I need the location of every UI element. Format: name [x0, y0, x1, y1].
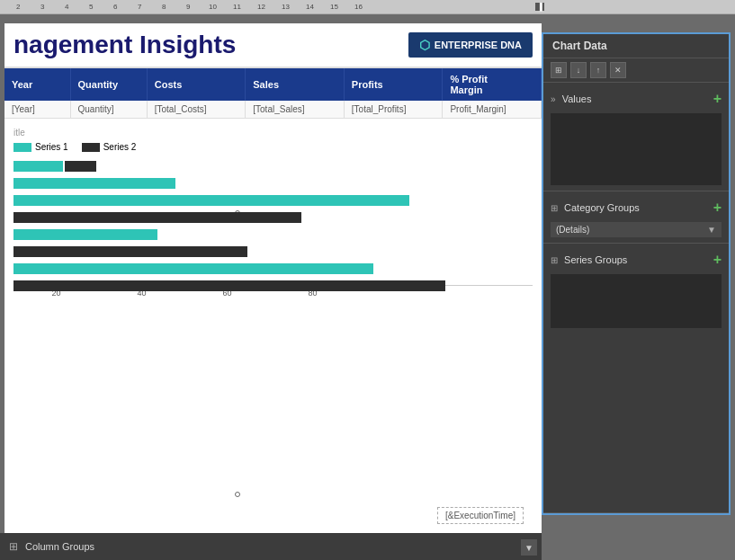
- column-groups-bar: ⊞ Column Groups: [0, 533, 542, 560]
- ruler: 2 3 4 5 6 7 8 9 10 11 12 13 14 15 16 ▐: [0, 0, 735, 14]
- logo-icon: ⬡: [419, 38, 430, 52]
- bar-row-6: [13, 244, 533, 259]
- column-groups-label: Column Groups: [25, 541, 94, 552]
- cell-profits: [Total_Profits]: [344, 101, 443, 119]
- legend-color-teal: [13, 143, 31, 152]
- panel-title: Chart Data: [543, 34, 729, 58]
- bar-chart: [13, 159, 533, 285]
- column-groups-arrow[interactable]: ▼: [521, 539, 537, 556]
- resize-handle-bottom[interactable]: [235, 492, 240, 497]
- bar-row-7: [13, 262, 533, 276]
- chart-data-panel: Chart Data ⊞ ↓ ↑ ✕ » Values +: [542, 32, 731, 515]
- legend-item-series2: Series 2: [82, 142, 137, 152]
- design-area: nagement Insights ⬡ ENTERPRISE DNA Year …: [4, 23, 542, 533]
- values-add-btn[interactable]: +: [713, 91, 722, 107]
- dropdown-arrow-icon: ▼: [707, 225, 716, 235]
- toolbar-down-btn[interactable]: ↓: [570, 62, 587, 78]
- bar-row-5: [13, 227, 533, 242]
- toolbar-up-btn[interactable]: ↑: [590, 62, 606, 78]
- canvas-panel: nagement Insights ⬡ ENTERPRISE DNA Year …: [0, 14, 735, 560]
- panel-toolbar: ⊞ ↓ ↑ ✕: [543, 58, 729, 83]
- bar-teal-7: [13, 263, 373, 274]
- cell-year: [Year]: [4, 101, 70, 119]
- values-label: Values: [562, 93, 592, 104]
- logo-text: ENTERPRISE DNA: [435, 40, 522, 50]
- col-year: Year: [4, 68, 70, 101]
- bar-row-1: [13, 159, 533, 173]
- table-data-row: [Year] Quantity] [Total_Costs] [Total_Sa…: [4, 101, 542, 119]
- bar-dark-6: [13, 246, 247, 257]
- cell-costs: [Total_Costs]: [147, 101, 246, 119]
- bar-row-3: [13, 193, 533, 208]
- toolbar-grid-btn[interactable]: ⊞: [551, 62, 567, 78]
- toolbar-close-btn[interactable]: ✕: [610, 62, 626, 78]
- chart-legend: Series 1 Series 2: [13, 142, 533, 152]
- cell-quantity: Quantity]: [70, 101, 147, 119]
- report-header: nagement Insights ⬡ ENTERPRISE DNA: [4, 23, 542, 68]
- category-groups-header: ⊞ Category Groups +: [551, 195, 722, 220]
- values-expand-icon[interactable]: »: [551, 94, 556, 104]
- bar-teal-1: [13, 161, 63, 172]
- execution-time: [&ExecutionTime]: [437, 507, 524, 524]
- bar-dark-8: [13, 280, 445, 291]
- category-groups-icon: ⊞: [551, 203, 558, 213]
- col-sales: Sales: [246, 68, 345, 101]
- table-header-row: Year Quantity Costs Sales Profits % Prof…: [4, 68, 542, 101]
- details-dropdown[interactable]: (Details) ▼: [551, 222, 722, 237]
- chart-title: itle: [13, 128, 533, 138]
- legend-color-dark: [82, 143, 100, 152]
- bar-row-4: [13, 210, 533, 225]
- values-section-header: » Values +: [551, 86, 722, 111]
- main-area: nagement Insights ⬡ ENTERPRISE DNA Year …: [0, 14, 735, 560]
- bar-teal-5: [13, 229, 157, 240]
- bar-teal-2: [13, 178, 175, 189]
- chart-container: itle Series 1 Series 2: [4, 119, 542, 307]
- series-groups-header: ⊞ Series Groups +: [551, 247, 722, 272]
- series-groups-icon: ⊞: [551, 255, 558, 265]
- values-section: » Values +: [543, 83, 729, 191]
- category-groups-add-btn[interactable]: +: [713, 200, 722, 216]
- bar-row-2: [13, 176, 533, 191]
- legend-label-series2: Series 2: [103, 142, 137, 152]
- data-table: Year Quantity Costs Sales Profits % Prof…: [4, 68, 542, 119]
- bar-dark-1: [65, 161, 96, 172]
- logo-box: ⬡ ENTERPRISE DNA: [408, 32, 533, 58]
- values-content: [551, 113, 722, 185]
- legend-item-series1: Series 1: [13, 142, 68, 152]
- col-quantity: Quantity: [70, 68, 147, 101]
- legend-label-series1: Series 1: [35, 142, 68, 152]
- series-groups-add-btn[interactable]: +: [713, 252, 722, 268]
- series-groups-content: [551, 274, 722, 328]
- cell-sales: [Total_Sales]: [246, 101, 345, 119]
- cell-profit-margin: Profit_Margin]: [443, 101, 542, 119]
- series-groups-label: Series Groups: [564, 254, 627, 265]
- col-profit-margin: % ProfitMargin: [443, 68, 542, 101]
- column-groups-icon: ⊞: [9, 540, 18, 553]
- bar-row-8: [13, 279, 533, 293]
- details-label: (Details): [556, 225, 589, 235]
- col-costs: Costs: [147, 68, 246, 101]
- report-title: nagement Insights: [13, 31, 236, 59]
- series-groups-section: ⊞ Series Groups +: [543, 244, 729, 513]
- col-profits: Profits: [344, 68, 443, 101]
- bar-teal-3: [13, 195, 409, 206]
- category-groups-section: ⊞ Category Groups + (Details) ▼: [543, 191, 729, 244]
- bar-dark-4: [13, 212, 301, 223]
- category-groups-label: Category Groups: [564, 202, 640, 213]
